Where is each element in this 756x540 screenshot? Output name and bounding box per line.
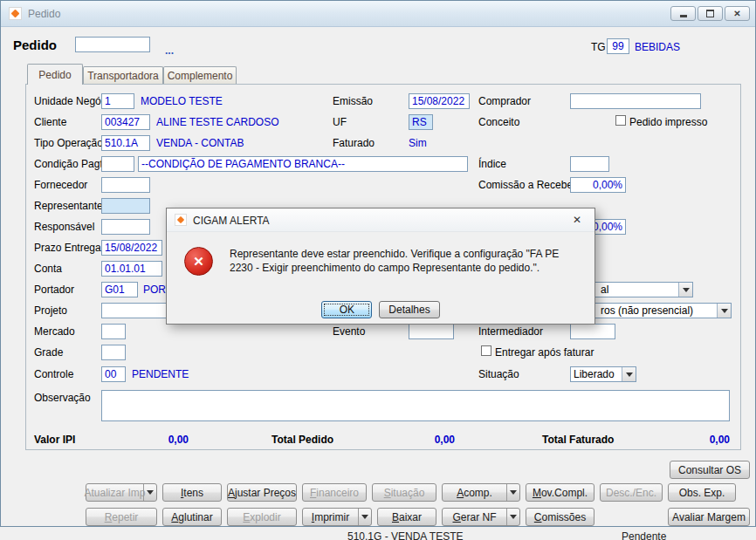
close-icon: ✕ [573, 214, 581, 226]
intermediador-input[interactable] [570, 324, 615, 339]
imprimir-dropdown-arrow[interactable] [358, 509, 371, 525]
tg-input[interactable] [607, 38, 629, 54]
situacao-dropdown[interactable]: Liberado [570, 366, 636, 382]
avaliar-margem-button[interactable]: Avaliar Margem [668, 508, 750, 526]
baixar-button[interactable]: Baixar [377, 508, 436, 526]
pedido-number-input[interactable] [75, 37, 150, 52]
faturado-label: Faturado [333, 137, 375, 149]
window-titlebar: Pedido ✕ [1, 1, 755, 27]
minimize-button[interactable] [670, 6, 696, 21]
uf-input[interactable] [409, 114, 433, 130]
close-icon: ✕ [733, 10, 740, 18]
chevron-down-icon [361, 515, 368, 519]
pedido-impresso-label: Pedido impresso [629, 116, 707, 128]
detalhes-button[interactable]: Detalhes [379, 301, 439, 318]
comissao-receber-input[interactable] [570, 177, 626, 193]
observacao-textarea[interactable] [101, 390, 730, 421]
tipo-operacao-input[interactable] [101, 135, 150, 151]
conta-label: Conta [34, 263, 62, 275]
alert-dialog-titlebar: CIGAM ALERTA ✕ [167, 208, 594, 232]
itens-button[interactable]: Itens [162, 483, 222, 502]
conta-input[interactable] [101, 261, 162, 277]
representante-input[interactable] [101, 198, 150, 214]
alert-dialog: CIGAM ALERTA ✕ ✕ Representante deve esta… [166, 208, 595, 325]
partial-dropdown-2-arrow[interactable] [717, 304, 731, 318]
cliente-input[interactable] [101, 114, 150, 130]
evento-label: Evento [333, 325, 365, 338]
app-icon [9, 7, 22, 20]
controle-input[interactable] [101, 366, 126, 382]
tg-description: BEBIDAS [635, 41, 680, 53]
acomp-dropdown-arrow[interactable] [506, 484, 519, 501]
alert-buttons: OK Detalhes [167, 301, 594, 318]
aglutinar-button[interactable]: Aglutinar [162, 508, 222, 526]
maximize-button[interactable] [698, 6, 723, 21]
mov-compl-button[interactable]: Mov.Compl. [526, 483, 594, 502]
total-pedido-value: 0,00 [376, 434, 455, 446]
emissao-input[interactable] [409, 93, 470, 109]
cigam-flame-icon [11, 10, 20, 18]
ajustar-precos-button[interactable]: Ajustar Preços [227, 483, 297, 502]
chevron-down-icon [721, 309, 728, 313]
tab-complemento[interactable]: Complemento [163, 66, 237, 84]
acomp-button[interactable]: Acomp. [442, 483, 520, 502]
entregar-apos-faturar-checkbox[interactable] [481, 345, 491, 356]
pedido-impresso-checkbox[interactable] [615, 115, 626, 126]
cigam-dialog-icon [175, 214, 187, 226]
partial-dropdown-1-arrow[interactable] [678, 283, 692, 297]
condicao-pagto-input[interactable] [101, 156, 134, 172]
conceito-label: Conceito [478, 116, 519, 128]
consultar-os-button[interactable]: Consultar OS [670, 461, 750, 479]
alert-close-button[interactable]: ✕ [564, 211, 590, 229]
pedido-lookup-button[interactable]: ... [165, 44, 174, 57]
comissoes-button[interactable]: Comissões [526, 508, 594, 526]
evento-input[interactable] [409, 324, 454, 339]
cigam-flame-icon [177, 216, 184, 223]
tab-pedido[interactable]: Pedido [27, 64, 83, 85]
financeiro-button: Financeiro [302, 483, 367, 502]
controle-label: Controle [34, 368, 73, 380]
mercado-input[interactable] [101, 324, 126, 339]
portador-label: Portador [34, 284, 74, 296]
chevron-down-icon [147, 490, 154, 495]
total-faturado-label: Total Faturado [542, 434, 614, 446]
unidade-negocio-desc: MODELO TESTE [141, 95, 223, 107]
controle-desc: PENDENTE [132, 368, 189, 380]
prazo-entrega-label: Prazo Entrega [34, 242, 101, 254]
portador-input[interactable] [101, 282, 138, 297]
comprador-label: Comprador [478, 95, 531, 107]
cliente-label: Cliente [34, 116, 66, 128]
intermediador-label: Intermediador [478, 325, 543, 338]
alert-message: Representante deve estar preenchido. Ver… [230, 247, 582, 275]
gerar-nf-button[interactable]: Gerar NF [442, 508, 520, 526]
chevron-down-icon [510, 490, 517, 495]
grade-input[interactable] [101, 345, 126, 360]
comprador-input[interactable] [570, 93, 701, 109]
fornecedor-label: Fornecedor [34, 179, 87, 191]
unidade-negocio-input[interactable] [101, 93, 134, 109]
tipo-operacao-label: Tipo Operação [34, 137, 103, 149]
ok-button[interactable]: OK [321, 301, 372, 318]
responsavel-input[interactable] [101, 219, 150, 235]
situacao-dropdown-arrow[interactable] [622, 367, 636, 381]
close-button[interactable]: ✕ [725, 6, 750, 21]
indice-input[interactable] [570, 156, 609, 172]
imprimir-button[interactable]: Imprimir [302, 508, 372, 526]
prazo-entrega-input[interactable] [101, 240, 162, 256]
grade-label: Grade [34, 346, 63, 359]
error-icon: ✕ [184, 247, 213, 276]
tab-transportadora[interactable]: Transportadora [83, 66, 163, 84]
explodir-button: Explodir [227, 508, 297, 526]
fornecedor-input[interactable] [101, 177, 150, 193]
mercado-label: Mercado [34, 325, 75, 338]
repetir-button: Repetir [86, 508, 157, 526]
gerar-nf-dropdown-arrow[interactable] [506, 509, 519, 525]
obs-exp-button[interactable]: Obs. Exp. [668, 483, 736, 502]
faturado-value: Sim [409, 137, 427, 149]
minimize-icon [680, 15, 687, 17]
atualizar-imp-dropdown-arrow [143, 484, 156, 501]
background-operation-text: 510.1G - VENDA TESTE [347, 530, 464, 540]
atualizar-imp-button: Atualizar Imp [86, 483, 157, 502]
condicao-pagto-desc-input[interactable] [138, 156, 468, 172]
background-status-text: Pendente [622, 530, 666, 540]
